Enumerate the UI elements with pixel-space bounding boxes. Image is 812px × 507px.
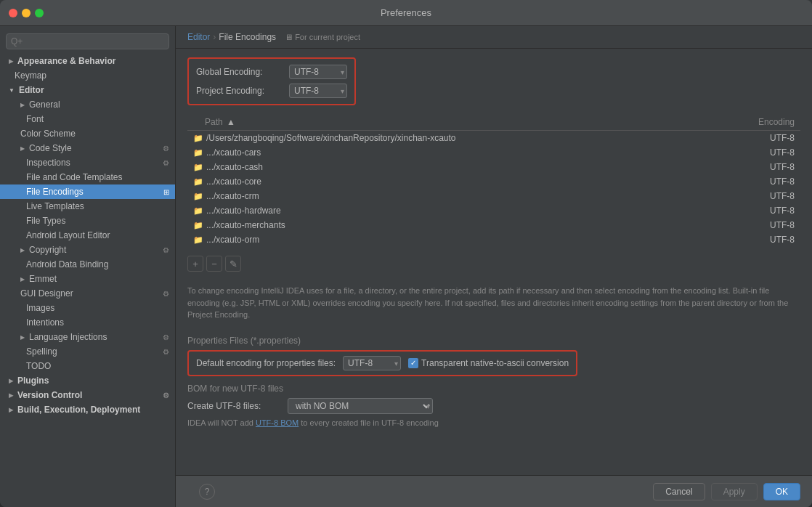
- table-row[interactable]: 📁 .../xcauto-crm UTF-8: [187, 189, 800, 203]
- sidebar-item-label: Color Scheme: [20, 129, 76, 139]
- table-row[interactable]: 📁 .../xcauto-core UTF-8: [187, 174, 800, 189]
- sidebar-item-inspections[interactable]: Inspections ⚙: [0, 155, 175, 170]
- sidebar-item-code-style[interactable]: ▶ Code Style ⚙: [0, 141, 175, 155]
- sidebar-item-label: Code Style: [29, 143, 72, 153]
- sidebar-item-keymap[interactable]: Keymap: [0, 68, 175, 83]
- sidebar-item-label: General: [29, 100, 60, 110]
- sidebar-item-appearance-behavior[interactable]: ▶ Appearance & Behavior: [0, 54, 175, 68]
- folder-icon: 📁: [193, 221, 203, 230]
- path-cell: 📁 /Users/zhangboqing/Software/xinchanRep…: [187, 131, 709, 145]
- sidebar-item-android-data-binding[interactable]: Android Data Binding: [0, 257, 175, 272]
- project-encoding-select[interactable]: UTF-8: [289, 84, 347, 98]
- encoding-cell: UTF-8: [709, 145, 800, 160]
- apply-button[interactable]: Apply: [711, 483, 758, 500]
- chevron-right-icon: ▶: [20, 145, 25, 152]
- help-button[interactable]: ?: [199, 484, 215, 500]
- folder-icon: 📁: [193, 235, 203, 245]
- sidebar-item-label: Android Data Binding: [26, 259, 108, 269]
- settings-badge-icon: ⚙: [163, 246, 169, 254]
- cancel-button[interactable]: Cancel: [653, 483, 705, 500]
- sidebar-item-label: Version Control: [17, 390, 82, 400]
- sidebar-item-emmet[interactable]: ▶ Emmet: [0, 272, 175, 286]
- sidebar-item-file-types[interactable]: File Types: [0, 214, 175, 228]
- sidebar-item-images[interactable]: Images: [0, 301, 175, 315]
- bom-link[interactable]: UTF-8 BOM: [256, 418, 299, 427]
- bom-create-label: Create UTF-8 files:: [187, 401, 282, 411]
- table-row[interactable]: 📁 .../xcauto-cash UTF-8: [187, 160, 800, 174]
- sidebar-item-editor[interactable]: ▼ Editor: [0, 83, 175, 97]
- path-cell: 📁 .../xcauto-crm: [187, 189, 709, 203]
- sidebar-item-label: Live Templates: [26, 201, 84, 211]
- window-title: Preferences: [381, 7, 431, 18]
- footer: ? Cancel Apply OK: [176, 475, 812, 507]
- path-column-header: Path ▲: [187, 114, 709, 131]
- encoding-cell: UTF-8: [709, 218, 800, 232]
- settings-badge-icon: ⚙: [163, 159, 169, 167]
- encoding-cell: UTF-8: [709, 189, 800, 203]
- remove-row-button[interactable]: −: [206, 256, 222, 272]
- sidebar-item-live-templates[interactable]: Live Templates: [0, 199, 175, 214]
- search-input[interactable]: [6, 33, 169, 49]
- default-encoding-label: Default encoding for properties files:: [196, 358, 336, 368]
- sort-arrow-icon: ▲: [227, 117, 235, 127]
- folder-icon: 📁: [193, 177, 203, 187]
- sidebar-item-version-control[interactable]: ▶ Version Control ⚙: [0, 388, 175, 402]
- path-value: .../xcauto-core: [206, 177, 261, 187]
- chevron-right-icon: ▶: [20, 334, 25, 341]
- main-content: ▶ Appearance & Behavior Keymap ▼ Editor …: [0, 26, 812, 507]
- path-value: .../xcauto-cars: [206, 147, 261, 158]
- properties-section: Properties Files (*.properties) Default …: [187, 336, 800, 376]
- sidebar-item-file-encodings[interactable]: File Encodings ⊞: [0, 184, 175, 199]
- sidebar-item-todo[interactable]: TODO: [0, 359, 175, 373]
- breadcrumb-parent[interactable]: Editor: [187, 32, 210, 42]
- sidebar-item-label: Font: [26, 114, 44, 124]
- sidebar-item-color-scheme[interactable]: Color Scheme: [0, 126, 175, 141]
- table-row[interactable]: 📁 .../xcauto-merchants UTF-8: [187, 218, 800, 232]
- chevron-right-icon: ▶: [9, 378, 13, 384]
- titlebar: Preferences: [0, 0, 812, 26]
- sidebar-item-android-layout-editor[interactable]: Android Layout Editor: [0, 228, 175, 243]
- checkbox-checked-icon: ✓: [408, 358, 418, 368]
- path-cell: 📁 .../xcauto-hardware: [187, 203, 709, 218]
- table-row[interactable]: 📁 .../xcauto-cars UTF-8: [187, 145, 800, 160]
- sidebar-item-file-code-templates[interactable]: File and Code Templates: [0, 170, 175, 184]
- sidebar-item-font[interactable]: Font: [0, 112, 175, 126]
- sidebar-item-build-execution-deployment[interactable]: ▶ Build, Execution, Deployment: [0, 402, 175, 417]
- bom-title: BOM for new UTF-8 files: [187, 384, 800, 394]
- global-encoding-select[interactable]: UTF-8: [289, 65, 347, 79]
- sidebar-item-plugins[interactable]: ▶ Plugins: [0, 373, 175, 388]
- chevron-right-icon: ▶: [9, 392, 13, 399]
- sidebar-item-copyright[interactable]: ▶ Copyright ⚙: [0, 243, 175, 257]
- sidebar-item-label: Spelling: [26, 346, 57, 357]
- close-button[interactable]: [9, 9, 17, 17]
- path-value: .../xcauto-crm: [206, 191, 259, 201]
- minimize-button[interactable]: [22, 9, 31, 17]
- bom-info-after: to every created file in UTF-8 encoding: [299, 418, 439, 427]
- transparent-checkbox-wrap[interactable]: ✓ Transparent native-to-ascii conversion: [408, 358, 569, 368]
- sidebar-item-general[interactable]: ▶ General: [0, 97, 175, 112]
- ok-button[interactable]: OK: [763, 483, 800, 500]
- chevron-right-icon: ▶: [20, 247, 25, 254]
- table-row[interactable]: 📁 .../xcauto-hardware UTF-8: [187, 203, 800, 218]
- project-encoding-label: Project Encoding:: [196, 86, 283, 96]
- props-encoding-select[interactable]: UTF-8: [343, 356, 401, 370]
- edit-row-button[interactable]: ✎: [225, 256, 241, 272]
- sidebar-item-language-injections[interactable]: ▶ Language Injections ⚙: [0, 330, 175, 344]
- panel-header: Editor › File Encodings For current proj…: [176, 26, 812, 49]
- table-row[interactable]: 📁 /Users/zhangboqing/Software/xinchanRep…: [187, 131, 800, 146]
- add-row-button[interactable]: +: [187, 256, 203, 272]
- sidebar-item-label: Plugins: [17, 376, 49, 386]
- path-value: /Users/zhangboqing/Software/xinchanRepos…: [206, 133, 456, 143]
- sidebar-item-label: Intentions: [26, 317, 64, 328]
- sidebar-item-spelling[interactable]: Spelling ⚙: [0, 344, 175, 359]
- sidebar-item-gui-designer[interactable]: GUI Designer ⚙: [0, 286, 175, 301]
- table-row[interactable]: 📁 .../xcauto-orm UTF-8: [187, 232, 800, 247]
- sidebar-item-label: GUI Designer: [20, 288, 73, 299]
- global-encoding-row: Global Encoding: UTF-8: [196, 65, 347, 79]
- sidebar-item-intentions[interactable]: Intentions: [0, 315, 175, 330]
- maximize-button[interactable]: [35, 9, 44, 17]
- sidebar-item-label: Editor: [19, 85, 44, 95]
- sidebar-item-label: Emmet: [29, 274, 57, 284]
- bom-select[interactable]: with NO BOM: [288, 398, 433, 414]
- path-cell: 📁 .../xcauto-cars: [187, 145, 709, 160]
